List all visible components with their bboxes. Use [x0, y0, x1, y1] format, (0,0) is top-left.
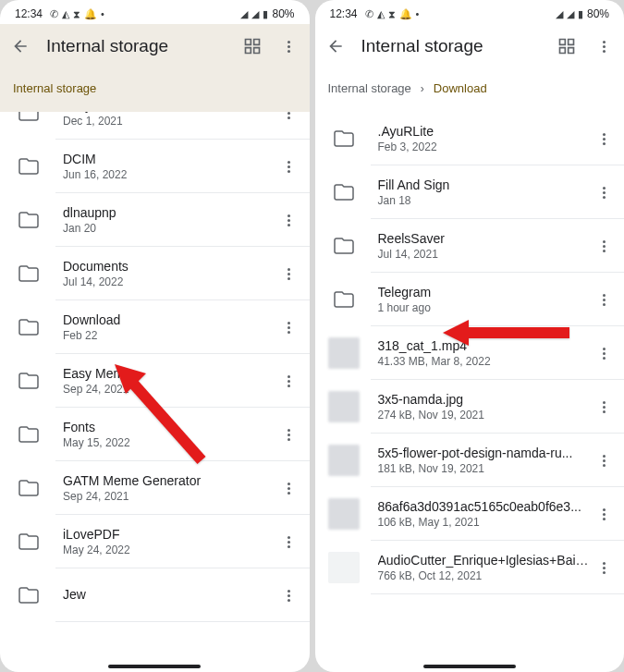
signal-icon: ◢: [251, 8, 259, 20]
overflow-menu-button[interactable]: [593, 35, 615, 57]
back-button[interactable]: [9, 35, 31, 57]
nav-handle[interactable]: [108, 665, 201, 668]
file-item[interactable]: 318_cat_1.mp441.33 MB, Mar 8, 2022: [315, 326, 625, 380]
item-more-button[interactable]: [275, 268, 304, 280]
item-more-button[interactable]: [275, 161, 304, 173]
notif-icon: ◭: [377, 8, 385, 20]
folder-item[interactable]: GATM Meme GeneratorSep 24, 2021: [0, 461, 310, 515]
video-thumbnail: [328, 337, 360, 369]
statusbar: 12:34 ✆ ◭ ⧗ 🔔 • ◢ ◢ ▮ 80%: [315, 0, 625, 24]
folder-item[interactable]: Fill And SignJan 18: [315, 165, 625, 219]
grid-view-button[interactable]: [241, 35, 263, 57]
file-item[interactable]: 5x5-flower-pot-design-namda-ru...181 kB,…: [315, 434, 625, 487]
notif-icon: ◭: [62, 8, 69, 20]
item-more-button[interactable]: [589, 508, 618, 520]
item-name: .AyuRLite: [378, 124, 590, 139]
folder-item[interactable]: .AyuRLiteFeb 3, 2022: [315, 112, 625, 165]
item-date: Jul 14, 2021: [378, 248, 590, 261]
item-date: Jun 16, 2022: [63, 168, 275, 181]
overflow-menu-button[interactable]: [278, 35, 300, 57]
dot-icon: •: [101, 8, 104, 19]
battery-text: 80%: [587, 7, 609, 20]
folder-icon: [13, 112, 44, 128]
file-item[interactable]: 86af6a3d0391ac5165c0eab0f6e3...106 kB, M…: [315, 487, 625, 541]
item-name: Fonts: [63, 420, 275, 434]
phone-left: 12:34 ✆ ◭ ⧗ 🔔 • ◢ ◢ ▮ 80% Internal stora…: [0, 0, 310, 672]
folder-item[interactable]: FontsMay 15, 2022: [0, 408, 310, 461]
item-date: Dec 1, 2021: [63, 115, 275, 128]
item-name: Jew: [63, 587, 275, 602]
folder-icon: [328, 230, 360, 262]
item-more-button[interactable]: [275, 112, 304, 119]
item-more-button[interactable]: [275, 322, 304, 334]
folder-icon: [13, 365, 44, 397]
folder-icon: [13, 419, 44, 450]
breadcrumb-item[interactable]: Download: [434, 81, 487, 95]
item-more-button[interactable]: [275, 536, 304, 548]
folder-icon: [328, 177, 360, 208]
item-name: 86af6a3d0391ac5165c0eab0f6e3...: [378, 499, 590, 514]
topbar: Internal storage: [0, 24, 310, 68]
file-list: Daily MomentsDec 1, 2021 DCIMJun 16, 202…: [0, 112, 310, 672]
item-name: Easy Meme: [63, 366, 275, 381]
folder-item-download[interactable]: DownloadFeb 22: [0, 300, 310, 354]
folder-item[interactable]: ReelsSaverJul 14, 2021: [315, 219, 625, 273]
item-name: dlnaupnp: [63, 205, 275, 220]
item-more-button[interactable]: [589, 348, 618, 360]
item-date: Jan 18: [378, 194, 590, 207]
item-name: iLovePDF: [63, 527, 275, 542]
file-list: .AyuRLiteFeb 3, 2022 Fill And SignJan 18…: [315, 112, 625, 672]
item-more-button[interactable]: [589, 240, 618, 252]
item-more-button[interactable]: [589, 562, 618, 574]
breadcrumb-item[interactable]: Internal storage: [328, 81, 411, 95]
folder-item[interactable]: DocumentsJul 14, 2022: [0, 247, 310, 300]
folder-icon: [13, 258, 44, 289]
item-name: AudioCutter_Enrique+Iglesias+Bail...: [378, 553, 590, 568]
item-more-button[interactable]: [275, 483, 304, 495]
item-name: 5x5-flower-pot-design-namda-ru...: [378, 446, 590, 460]
battery-icon: ▮: [578, 8, 583, 20]
item-date: Jan 20: [63, 222, 275, 235]
grid-view-button[interactable]: [556, 35, 578, 57]
item-more-button[interactable]: [589, 401, 618, 413]
folder-item[interactable]: Easy MemeSep 24, 2021: [0, 354, 310, 408]
item-more-button[interactable]: [275, 590, 304, 602]
item-date: Sep 24, 2021: [63, 383, 275, 396]
breadcrumb: Internal storage: [0, 68, 310, 112]
folder-item[interactable]: Jew: [0, 568, 310, 622]
nav-handle[interactable]: [423, 665, 516, 668]
folder-icon: [328, 284, 360, 315]
item-more-button[interactable]: [589, 294, 618, 306]
folder-item[interactable]: iLovePDFMay 24, 2022: [0, 515, 310, 568]
item-more-button[interactable]: [275, 375, 304, 387]
item-meta: 106 kB, May 1, 2021: [378, 516, 590, 529]
item-meta: 41.33 MB, Mar 8, 2022: [378, 355, 590, 368]
item-more-button[interactable]: [589, 187, 618, 199]
folder-item[interactable]: Daily MomentsDec 1, 2021: [0, 112, 310, 140]
item-date: Jul 14, 2022: [63, 275, 275, 288]
page-title: Internal storage: [46, 36, 226, 56]
item-more-button[interactable]: [275, 214, 304, 226]
wifi-icon: ◢: [556, 8, 563, 20]
folder-icon: [13, 204, 44, 236]
item-more-button[interactable]: [589, 133, 618, 145]
item-name: Documents: [63, 259, 275, 274]
folder-item[interactable]: dlnaupnpJan 20: [0, 193, 310, 247]
chevron-right-icon: ›: [421, 82, 424, 95]
item-name: ReelsSaver: [378, 231, 590, 246]
breadcrumb-item[interactable]: Internal storage: [13, 81, 96, 95]
item-more-button[interactable]: [275, 429, 304, 441]
file-item[interactable]: AudioCutter_Enrique+Iglesias+Bail...766 …: [315, 541, 625, 594]
folder-icon: [328, 123, 360, 154]
folder-item-telegram[interactable]: Telegram1 hour ago: [315, 273, 625, 326]
bell-icon: 🔔: [84, 8, 97, 20]
folder-item[interactable]: DCIMJun 16, 2022: [0, 140, 310, 193]
back-button[interactable]: [324, 35, 347, 57]
folder-icon: [13, 526, 44, 557]
topbar: Internal storage: [315, 24, 625, 68]
item-more-button[interactable]: [589, 455, 618, 467]
item-name: Fill And Sign: [378, 177, 590, 192]
audio-thumbnail: [328, 552, 360, 583]
file-item[interactable]: 3x5-namda.jpg274 kB, Nov 19, 2021: [315, 380, 625, 434]
item-meta: 274 kB, Nov 19, 2021: [378, 409, 590, 422]
